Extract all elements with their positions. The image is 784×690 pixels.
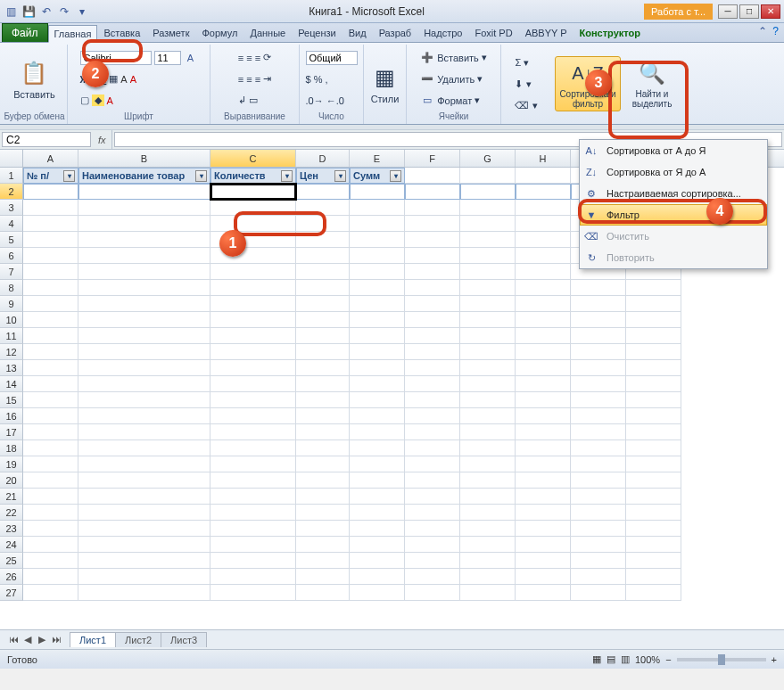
paste-button[interactable]: 📋 Вставить [8, 57, 61, 102]
cell[interactable] [78, 456, 210, 472]
italic-button[interactable]: К [91, 74, 96, 85]
cell[interactable] [296, 472, 350, 489]
cell[interactable] [405, 569, 460, 585]
cell[interactable] [516, 489, 571, 505]
cell[interactable] [460, 200, 516, 216]
cell[interactable] [571, 440, 626, 456]
cell[interactable] [405, 184, 460, 200]
cell[interactable] [350, 328, 405, 344]
cell[interactable] [460, 424, 516, 440]
cell[interactable] [626, 296, 681, 312]
cell[interactable] [405, 328, 460, 344]
cell[interactable] [78, 344, 210, 360]
cell[interactable] [350, 280, 405, 296]
cell[interactable] [516, 168, 571, 184]
filter-dropdown-button[interactable]: ▾ [63, 170, 75, 182]
cell[interactable] [23, 456, 78, 472]
cell[interactable] [350, 200, 405, 216]
zoom-out-button[interactable]: − [665, 654, 671, 665]
cell[interactable] [78, 376, 210, 392]
cell[interactable] [350, 408, 405, 424]
cell[interactable] [23, 280, 78, 296]
cell[interactable] [405, 392, 460, 408]
cell[interactable] [516, 392, 571, 408]
cell[interactable] [626, 360, 681, 376]
cell[interactable]: Наименование товар▾ [78, 168, 210, 184]
comma-icon[interactable]: , [325, 74, 327, 85]
cell[interactable] [405, 280, 460, 296]
undo-icon[interactable]: ↶ [39, 4, 54, 19]
cell[interactable] [460, 537, 516, 553]
cell[interactable] [350, 505, 405, 521]
cell[interactable] [405, 521, 460, 537]
wrap-text-icon[interactable]: ↲ [238, 94, 246, 106]
help-icon[interactable]: ? [772, 25, 779, 37]
cell[interactable] [23, 296, 78, 312]
cell[interactable] [516, 472, 571, 489]
cell[interactable] [350, 489, 405, 505]
cell[interactable] [296, 424, 350, 440]
tab-table-design[interactable]: Конструктор [574, 24, 647, 42]
cell[interactable] [405, 248, 460, 264]
zoom-in-button[interactable]: + [772, 654, 777, 665]
cell[interactable] [210, 344, 296, 360]
find-select-button[interactable]: 🔍 Найти и выделить [627, 57, 678, 111]
cell[interactable] [460, 280, 516, 296]
align-top-icon[interactable]: ≡ [238, 53, 243, 63]
cell[interactable] [571, 296, 626, 312]
percent-icon[interactable]: % [314, 74, 323, 85]
row-header[interactable]: 27 [0, 585, 23, 601]
cell[interactable] [571, 328, 626, 344]
cell[interactable] [296, 248, 350, 264]
cell[interactable] [296, 521, 350, 537]
cell[interactable] [516, 456, 571, 472]
filter-dropdown-button[interactable]: ▾ [390, 170, 401, 182]
cell[interactable] [78, 424, 210, 440]
cell[interactable] [296, 232, 350, 248]
cell[interactable] [210, 216, 296, 232]
cell[interactable] [23, 264, 78, 280]
cell[interactable] [210, 360, 296, 376]
cell[interactable] [516, 585, 571, 601]
font-color-icon[interactable]: A [107, 95, 113, 106]
cell[interactable] [210, 264, 296, 280]
cell[interactable] [78, 472, 210, 489]
cell[interactable] [296, 312, 350, 328]
cell[interactable] [210, 328, 296, 344]
cell[interactable] [571, 456, 626, 472]
cell[interactable] [78, 553, 210, 569]
cell[interactable] [516, 537, 571, 553]
align-bottom-icon[interactable]: ≡ [255, 53, 260, 63]
cell[interactable] [571, 521, 626, 537]
cell[interactable] [296, 328, 350, 344]
cell[interactable] [210, 537, 296, 553]
cell[interactable] [210, 184, 296, 200]
cell[interactable] [296, 537, 350, 553]
cell[interactable] [78, 248, 210, 264]
cell[interactable] [78, 537, 210, 553]
cell[interactable] [571, 505, 626, 521]
cell[interactable] [23, 312, 78, 328]
cell[interactable] [210, 440, 296, 456]
cell[interactable] [460, 505, 516, 521]
cell[interactable] [571, 553, 626, 569]
cell[interactable] [405, 553, 460, 569]
filter-dropdown-button[interactable]: ▾ [195, 170, 207, 182]
styles-button[interactable]: ▦ Стили [366, 62, 405, 106]
row-header[interactable]: 8 [0, 280, 23, 296]
cell[interactable] [296, 184, 350, 200]
cell[interactable] [296, 344, 350, 360]
cell[interactable] [626, 489, 681, 505]
cell[interactable] [350, 440, 405, 456]
cell[interactable] [78, 408, 210, 424]
decrease-decimal-icon[interactable]: ←.0 [326, 95, 344, 106]
qat-more-icon[interactable]: ▾ [75, 4, 89, 19]
cell[interactable] [350, 521, 405, 537]
cell[interactable] [626, 408, 681, 424]
cell[interactable] [350, 216, 405, 232]
cell[interactable] [78, 232, 210, 248]
cell[interactable] [460, 456, 516, 472]
align-right-icon[interactable]: ≡ [255, 74, 260, 85]
view-pagebreak-icon[interactable]: ▥ [621, 653, 630, 665]
autosum-icon[interactable]: Σ ▾ [515, 57, 529, 69]
